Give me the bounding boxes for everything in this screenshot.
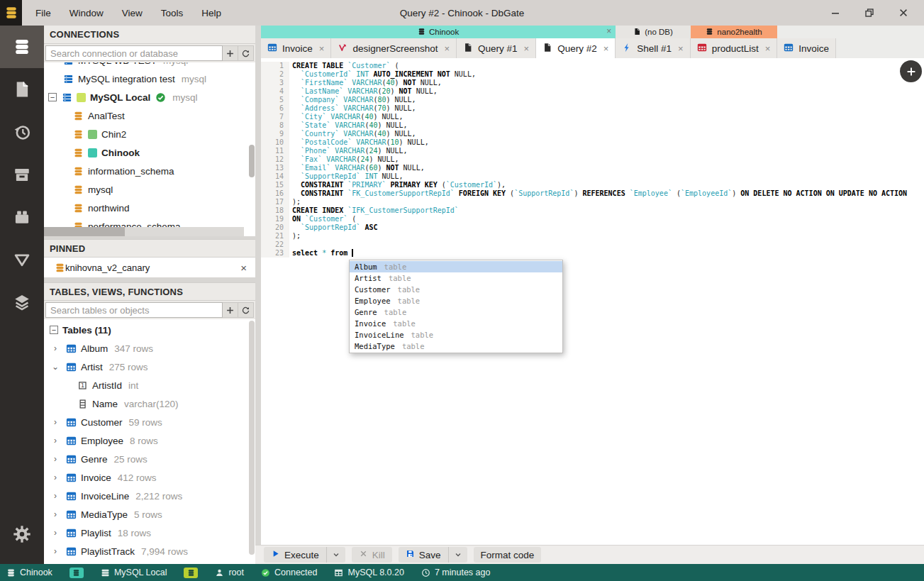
tab-invoice[interactable]: Invoice: [777, 38, 836, 58]
autocomplete-item-invoice[interactable]: Invoicetable: [350, 318, 562, 329]
chevron-right-icon[interactable]: ›: [50, 454, 61, 464]
nav-files[interactable]: [0, 68, 44, 111]
splitter-horizontal[interactable]: [44, 277, 255, 282]
tab-query-1[interactable]: Query #1×: [457, 38, 536, 58]
table-item-MediaType[interactable]: ›MediaType5 rows: [44, 505, 255, 524]
nav-archive[interactable]: [0, 153, 44, 196]
chevron-right-icon[interactable]: ›: [50, 491, 61, 501]
add-table-button[interactable]: [223, 302, 238, 318]
connection-item-MYSQL WD TEST[interactable]: MYSQL WD TESTmysql: [44, 62, 250, 70]
execute-button[interactable]: Execute: [264, 547, 345, 563]
minimize-button[interactable]: [828, 5, 843, 21]
table-item-PlaylistTrack[interactable]: ›PlaylistTrack7,994 rows: [44, 542, 255, 560]
editor-line-13[interactable]: 13 `Email` VARCHAR(60) NOT NULL,: [261, 164, 924, 172]
status-connected[interactable]: Connected: [261, 568, 317, 577]
table-item-Album[interactable]: ›Album347 rows: [44, 339, 255, 358]
chevron-right-icon[interactable]: ›: [50, 472, 61, 482]
dropdown-arrow-button[interactable]: [448, 547, 467, 563]
editor-line-14[interactable]: 14 `SupportRepId` INT NULL,: [261, 172, 924, 181]
status-database[interactable]: Chinook: [6, 568, 52, 577]
tables-vertical-scrollbar[interactable]: [249, 321, 255, 555]
editor-line-12[interactable]: 12 `Fax` VARCHAR(24) NULL,: [261, 155, 924, 164]
editor-line-19[interactable]: 19ON `Customer` (: [261, 215, 924, 223]
editor-line-20[interactable]: 20 `SupportRepId` ASC: [261, 223, 924, 232]
chevron-right-icon[interactable]: ›: [50, 436, 61, 446]
refresh-connections-button[interactable]: [238, 45, 254, 61]
autocomplete-item-album[interactable]: Albumtable: [350, 261, 562, 272]
nav-layers[interactable]: [0, 281, 44, 323]
kill-button[interactable]: Kill: [352, 547, 392, 563]
tab-group-header[interactable]: [777, 26, 836, 38]
tab-invoice[interactable]: Invoice×: [261, 38, 331, 58]
table-item-Playlist[interactable]: ›Playlist18 rows: [44, 524, 255, 542]
tab-group-header[interactable]: Chinook×: [261, 26, 616, 38]
editor-line-3[interactable]: 3 `FirstName` VARCHAR(40) NOT NULL,: [261, 79, 924, 87]
editor-line-2[interactable]: 2 `CustomerId` INT AUTO_INCREMENT NOT NU…: [261, 70, 924, 79]
chevron-right-icon[interactable]: ›: [50, 546, 61, 556]
close-tab-button[interactable]: ×: [524, 43, 530, 54]
tables-group-row[interactable]: −Tables (11): [44, 321, 255, 339]
editor-line-22[interactable]: 22: [261, 240, 924, 249]
tab-group-header[interactable]: (no DB): [616, 26, 690, 38]
nav-history[interactable]: [0, 111, 44, 153]
restore-button[interactable]: [862, 5, 877, 21]
chevron-down-icon[interactable]: ⌄: [50, 362, 61, 372]
editor-line-23[interactable]: 23select * from: [261, 249, 924, 258]
database-item-Chinook[interactable]: Chinook: [44, 143, 250, 162]
editor-line-17[interactable]: 17);: [261, 198, 924, 206]
status-last-executed[interactable]: 7 minutes ago: [421, 568, 491, 577]
database-item-AnalTest[interactable]: AnalTest: [44, 106, 250, 125]
database-item-Chin2[interactable]: Chin2: [44, 125, 250, 143]
menu-file[interactable]: File: [26, 0, 60, 26]
table-item-InvoiceLine[interactable]: ›InvoiceLine2,212 rows: [44, 487, 255, 505]
close-tab-button[interactable]: ×: [319, 43, 325, 54]
close-tab-button[interactable]: ×: [603, 43, 609, 54]
editor-line-1[interactable]: 1CREATE TABLE `Customer` (: [261, 62, 924, 70]
editor-line-10[interactable]: 10 `PostalCode` VARCHAR(10) NULL,: [261, 138, 924, 147]
autocomplete-item-employee[interactable]: Employeetable: [350, 295, 562, 306]
database-item-performance_schema[interactable]: performance_schema: [44, 217, 250, 227]
editor-line-8[interactable]: 8 `State` VARCHAR(40) NULL,: [261, 121, 924, 130]
connections-horizontal-scrollbar[interactable]: [44, 227, 244, 236]
table-item-Invoice[interactable]: ›Invoice412 rows: [44, 468, 255, 487]
database-item-northwind[interactable]: northwind: [44, 199, 250, 217]
connections-vertical-scrollbar[interactable]: [249, 145, 255, 177]
unpin-button[interactable]: ×: [240, 262, 247, 274]
format-code-button[interactable]: Format code: [474, 547, 542, 563]
table-item-Artist[interactable]: ⌄Artist275 rows: [44, 358, 255, 376]
editor-line-15[interactable]: 15 CONSTRAINT `PRIMARY` PRIMARY KEY (`Cu…: [261, 181, 924, 189]
chevron-right-icon[interactable]: ›: [50, 417, 61, 427]
tab-designerscreenshot[interactable]: designerScreenshot×: [331, 38, 457, 58]
autocomplete-item-mediatype[interactable]: MediaTypetable: [350, 341, 562, 352]
nav-settings[interactable]: [0, 513, 44, 555]
tab-productlist[interactable]: productList×: [691, 38, 778, 58]
close-tab-button[interactable]: ×: [444, 43, 450, 54]
chevron-right-icon[interactable]: ›: [50, 528, 61, 538]
menu-window[interactable]: Window: [60, 0, 113, 26]
editor-line-7[interactable]: 7 `City` VARCHAR(40) NULL,: [261, 113, 924, 121]
add-connection-button[interactable]: [223, 45, 238, 61]
status-color-badge-database[interactable]: [69, 568, 84, 578]
editor-line-9[interactable]: 9 `Country` VARCHAR(40) NULL,: [261, 130, 924, 138]
autocomplete-item-customer[interactable]: Customertable: [350, 284, 562, 295]
connections-search-input[interactable]: [45, 45, 223, 61]
editor-line-11[interactable]: 11 `Phone` VARCHAR(24) NULL,: [261, 147, 924, 155]
chevron-right-icon[interactable]: ›: [50, 343, 61, 353]
menu-tools[interactable]: Tools: [152, 0, 193, 26]
pinned-item-knihovna_v2_canary[interactable]: knihovna_v2_canary×: [44, 258, 255, 277]
status-connection[interactable]: MySQL Local: [101, 568, 167, 577]
nav-plugins[interactable]: [0, 196, 44, 238]
tables-search-input[interactable]: [45, 302, 223, 318]
collapse-box[interactable]: −: [48, 93, 57, 101]
status-user[interactable]: root: [215, 568, 244, 577]
dropdown-arrow-button[interactable]: [326, 547, 345, 563]
database-item-mysql[interactable]: mysql: [44, 180, 250, 199]
editor-line-4[interactable]: 4 `LastName` VARCHAR(20) NOT NULL,: [261, 87, 924, 96]
autocomplete-item-artist[interactable]: Artisttable: [350, 272, 562, 284]
column-item-Name[interactable]: Namevarchar(120): [44, 394, 255, 413]
editor-line-16[interactable]: 16 CONSTRAINT `FK_CustomerSupportRepId` …: [261, 189, 924, 198]
close-tab-button[interactable]: ×: [765, 43, 771, 54]
close-tab-button[interactable]: ×: [678, 43, 684, 54]
status-server-version[interactable]: MySQL 8.0.20: [334, 568, 403, 577]
tab-shell-1[interactable]: Shell #1×: [616, 38, 690, 58]
